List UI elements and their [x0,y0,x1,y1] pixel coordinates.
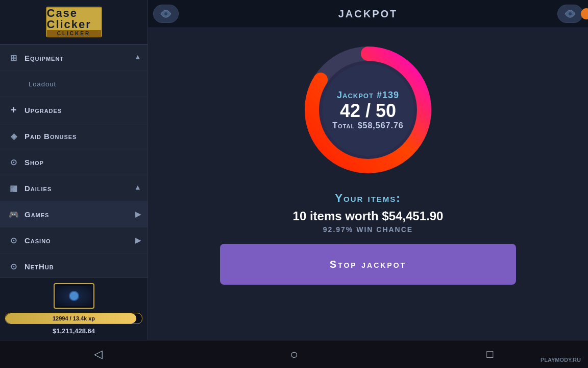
games-label: Games [24,210,49,219]
svg-point-0 [164,12,167,15]
logo-clicker-text: CLICKER [47,30,101,37]
jackpot-slots: 42 / 50 [332,101,403,121]
avatar-eye [69,291,79,301]
sidebar-item-casino[interactable]: ⊙ Casino ▶ [0,227,148,254]
nav-back-button[interactable]: ◁ [85,344,111,364]
loadout-icon [12,78,23,89]
items-worth: 10 items worth $54,451.90 [293,209,444,223]
bottom-nav: ◁ ○ □ PLAYMODY.RU [0,340,588,368]
nav-home-button[interactable]: ○ [281,344,307,364]
shop-label: Shop [24,158,44,167]
content-area: Jackpot [148,0,588,340]
sidebar-bottom: 12994 / 13.4k xp $1,211,428.64 [0,278,148,340]
nav-items: ⊞ Equipment ▼ Loadout + Upgrades ◈ Paid … [0,45,148,278]
avatar-area [5,283,142,309]
jackpot-total: Total $58,567.76 [332,121,403,130]
nav-recents-button[interactable]: □ [477,344,503,364]
sidebar-item-loadout[interactable]: Loadout [0,71,148,97]
casino-label: Casino [24,236,51,245]
avatar [54,283,94,309]
forward-button[interactable] [557,5,583,23]
sidebar-item-nethub[interactable]: ⊙ NetHub [0,254,148,278]
equipment-icon: ⊞ [8,52,19,63]
equipment-label: Equipment [24,54,64,62]
logo-area: Case Clicker CLICKER [0,0,148,45]
xp-text: 12994 / 13.4k xp [53,315,95,321]
content-header: Jackpot [148,0,588,28]
forward-icon [564,9,576,18]
win-chance: 92.97% win chance [293,225,444,234]
sidebar: Case Clicker CLICKER ⊞ Equipment ▼ Loado… [0,0,148,340]
casino-arrow: ▶ [135,236,141,244]
xp-bar-container: 12994 / 13.4k xp [5,313,142,324]
content-body: Jackpot #139 42 / 50 Total $58,567.76 Yo… [148,28,588,340]
paid-bonuses-icon: ◈ [8,130,19,142]
sidebar-item-dailies[interactable]: ▦ Dailies ▼ [0,175,148,201]
nav-back-icon: ◁ [94,348,103,361]
equipment-arrow: ▼ [134,54,141,62]
balance-display: $1,211,428.64 [5,327,142,335]
sidebar-item-games[interactable]: 🎮 Games ▶ [0,201,148,227]
sidebar-item-equipment[interactable]: ⊞ Equipment ▼ [0,45,148,71]
jackpot-donut: Jackpot #139 42 / 50 Total $58,567.76 [297,38,439,181]
svg-point-1 [569,12,572,15]
dailies-arrow: ▼ [134,184,141,192]
shop-icon: ⊙ [8,156,19,168]
games-icon: 🎮 [8,209,19,220]
upgrades-icon: + [8,104,19,116]
upgrades-label: Upgrades [24,106,62,114]
stop-jackpot-button[interactable]: Stop jackpot [220,244,516,285]
dailies-icon: ▦ [8,182,19,194]
dailies-label: Dailies [24,184,52,193]
back-button[interactable] [153,5,179,23]
back-icon [160,9,172,18]
nethub-icon: ⊙ [8,261,19,272]
logo-case-text: Case Clicker [47,8,101,30]
logo-box: Case Clicker CLICKER [46,7,102,37]
games-arrow: ▶ [135,210,141,218]
page-title: Jackpot [338,8,398,20]
sidebar-item-shop[interactable]: ⊙ Shop [0,149,148,175]
casino-icon: ⊙ [8,235,19,246]
nethub-label: NetHub [24,262,54,271]
nav-home-icon: ○ [290,347,298,362]
sidebar-item-paid-bonuses[interactable]: ◈ Paid Bonuses [0,123,148,149]
loadout-label: Loadout [29,80,56,88]
jackpot-number: Jackpot #139 [332,90,403,101]
items-section: Your items: 10 items worth $54,451.90 92… [293,192,444,234]
donut-center: Jackpot #139 42 / 50 Total $58,567.76 [332,90,403,130]
paid-bonuses-label: Paid Bonuses [24,132,77,141]
nav-recents-icon: □ [486,348,493,361]
your-items-title: Your items: [293,192,444,205]
playmody-badge: PLAYMODY.RU [541,357,581,363]
sidebar-item-upgrades[interactable]: + Upgrades [0,97,148,123]
